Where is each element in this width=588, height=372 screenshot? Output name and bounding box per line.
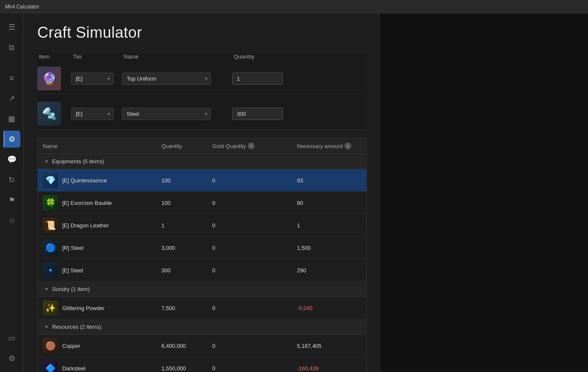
row-necessary-r-steel: 1,500	[297, 245, 367, 251]
sidebar: ☰ ⧉ ≡ ↗ ▦ ⚙ 💬 ↻ ⚑ ☆ ▭ ⚙	[0, 14, 24, 372]
sidebar-icon-settings[interactable]: ⚙	[3, 350, 20, 367]
name-select-2[interactable]: Steel	[122, 108, 211, 120]
row-necessary-darksteel: -160,439	[297, 365, 367, 372]
table-row-quintessence: 💎 [E] Quintesssence 100 0 93 39.86	[38, 169, 366, 192]
craft-row-2: 🔩 [E] [R] Steel	[37, 98, 367, 129]
row-qty-e-steel: 300	[161, 267, 212, 274]
row-necessary-exorcism: 80	[297, 200, 367, 206]
group-header-equipments: ▼ Equipments (5 items)	[38, 154, 366, 169]
necessary-amount-info-icon[interactable]: i	[344, 143, 351, 149]
group-header-resources: ▼ Resources (2 items)	[38, 319, 366, 335]
sidebar-icon-list[interactable]: ≡	[3, 70, 20, 87]
tier-select-2[interactable]: [E] [R]	[71, 108, 114, 120]
qty-wrapper-1	[232, 73, 308, 85]
sidebar-icon-refresh[interactable]: ↻	[3, 171, 20, 188]
row-qty-dragon: 1	[161, 222, 212, 229]
header-item: Item	[39, 53, 73, 60]
tier-select-1[interactable]: [E] [R] [SR]	[71, 73, 114, 85]
row-qty-copper: 6,400,000	[161, 343, 212, 349]
row-gold-glittering: 0	[212, 305, 297, 311]
row-gold-darksteel: 0	[212, 365, 297, 372]
group-header-sundry: ▼ Sundry (1 item)	[38, 282, 366, 297]
sidebar-icon-card[interactable]: ▭	[3, 330, 20, 347]
row-name-glittering: ✨ Glittering Powder	[43, 300, 161, 316]
table-row-copper: 🟤 Copper 6,400,000 0 5,187,405 12.83	[38, 335, 366, 357]
sidebar-icon-star[interactable]: ☆	[3, 212, 20, 229]
sidebar-icon-menu[interactable]: ☰	[3, 19, 20, 36]
th-gold-quantity: Gold Quantity i	[212, 143, 297, 149]
sidebar-icon-trending[interactable]: ↗	[3, 90, 20, 107]
row-necessary-dragon: 1	[297, 222, 367, 229]
craft-row-1: 🔮 [E] [R] [SR] Top Uniform	[37, 63, 367, 94]
content-area: Craft Simulator Item Tier Name Quantity …	[24, 14, 380, 372]
row-gold-quintessence: 0	[212, 177, 297, 184]
table-header: Name Quantity Gold Quantity i Necessary …	[38, 138, 366, 154]
row-qty-r-steel: 3,000	[161, 245, 212, 251]
table-row-exorcism: 🍀 [E] Exorcism Bauble 100 0 80 12.00	[38, 192, 366, 214]
qty-wrapper-2	[232, 108, 308, 120]
item-image-1: 🔮	[37, 67, 61, 90]
tier-wrapper-1: [E] [R] [SR]	[71, 73, 122, 85]
quantity-input-1[interactable]	[232, 73, 283, 85]
row-gold-r-steel: 0	[212, 245, 297, 251]
row-gold-dragon: 0	[212, 222, 297, 229]
row-qty-exorcism: 100	[161, 200, 212, 206]
header-name: Name	[124, 53, 234, 60]
table-row-darksteel: 🔷 Darksteel 1,550,000 0 -160,439 -0.28	[38, 357, 366, 372]
row-name-copper: 🟤 Copper	[43, 338, 161, 353]
craft-item-icon-1: 🔮	[37, 67, 71, 90]
row-icon-glittering: ✨	[43, 300, 58, 316]
row-icon-darksteel: 🔷	[43, 361, 58, 372]
header-tier: Tier	[73, 53, 124, 60]
quantity-input-2[interactable]	[232, 108, 283, 120]
header-quantity: Quantity	[234, 53, 310, 60]
results-table: Name Quantity Gold Quantity i Necessary …	[37, 138, 367, 372]
sidebar-icon-chat[interactable]: 💬	[3, 151, 20, 168]
name-select-1[interactable]: Top Uniform	[122, 73, 211, 85]
row-icon-copper: 🟤	[43, 338, 58, 353]
sidebar-icon-flag[interactable]: ⚑	[3, 192, 20, 209]
tier-wrapper-2: [E] [R]	[71, 108, 122, 120]
row-gold-e-steel: 0	[212, 267, 297, 274]
row-icon-dragon: 📜	[43, 218, 58, 233]
tier-select-wrapper-2: [E] [R]	[71, 108, 114, 120]
craft-item-icon-2: 🔩	[37, 102, 71, 126]
row-name-e-steel: 🔹 [E] Steel	[43, 263, 161, 278]
app-name: Mir4 Calculator	[5, 4, 39, 10]
right-panel	[380, 14, 588, 372]
name-wrapper-1: Top Uniform	[122, 73, 232, 85]
table-row-glittering: ✨ Glittering Powder 7,500 0 -5,045 -1.21	[38, 297, 366, 319]
item-image-2: 🔩	[37, 102, 61, 126]
table-row-r-steel: 🔵 [R] Steel 3,000 0 1,500 24.00	[38, 237, 366, 259]
title-bar: Mir4 Calculator	[0, 0, 588, 14]
tier-select-wrapper-1: [E] [R] [SR]	[71, 73, 114, 85]
group-chevron-resources[interactable]: ▼	[44, 324, 49, 329]
row-gold-exorcism: 0	[212, 200, 297, 206]
gold-quantity-info-icon[interactable]: i	[248, 143, 255, 149]
row-name-dragon: 📜 [E] Dragon Leather	[43, 218, 161, 233]
group-chevron-equipments[interactable]: ▼	[44, 159, 49, 164]
row-name-quintessence: 💎 [E] Quintesssence	[43, 173, 161, 188]
sidebar-icon-chart[interactable]: ▦	[3, 110, 20, 127]
row-qty-darksteel: 1,550,000	[161, 365, 212, 372]
sidebar-icon-craft[interactable]: ⚙	[3, 131, 20, 148]
row-icon-exorcism: 🍀	[43, 195, 58, 210]
craft-column-headers: Item Tier Name Quantity	[37, 53, 367, 60]
group-chevron-sundry[interactable]: ▼	[44, 287, 49, 291]
page-title: Craft Simulator	[37, 24, 367, 42]
row-necessary-copper: 5,187,405	[297, 343, 367, 349]
row-necessary-e-steel: 290	[297, 267, 367, 274]
sidebar-icon-window[interactable]: ⧉	[3, 39, 20, 56]
th-name: Name	[43, 143, 161, 149]
craft-selector-area: Item Tier Name Quantity 🔮 [E] [R] [SR]	[37, 53, 367, 129]
name-select-wrapper-1: Top Uniform	[122, 73, 211, 85]
name-wrapper-2: Steel	[122, 108, 232, 120]
th-necessary-amount: Necessary amount i	[297, 143, 367, 149]
row-name-r-steel: 🔵 [R] Steel	[43, 240, 161, 255]
th-quantity: Quantity	[161, 143, 212, 149]
table-row-dragon: 📜 [E] Dragon Leather 1 0 1 NaN	[38, 214, 366, 237]
main-layout: ☰ ⧉ ≡ ↗ ▦ ⚙ 💬 ↻ ⚑ ☆ ▭ ⚙ Craft Simulator …	[0, 14, 588, 372]
row-qty-quintessence: 100	[161, 177, 212, 184]
row-qty-glittering: 7,500	[161, 305, 212, 311]
name-select-wrapper-2: Steel	[122, 108, 211, 120]
